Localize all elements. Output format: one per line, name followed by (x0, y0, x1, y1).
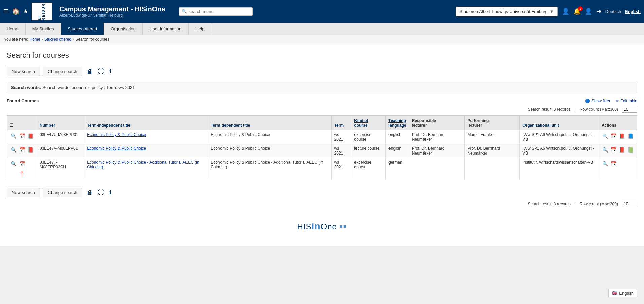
row3-kind-of-course: excercise course (351, 158, 386, 180)
row1-action-extra1[interactable]: 📘 (627, 132, 634, 140)
row-count-input[interactable] (622, 106, 637, 113)
row3-performing-lecturer (465, 158, 520, 180)
found-courses-label: Found Courses (7, 98, 39, 103)
nav-organisation[interactable]: Organisation (104, 23, 143, 35)
row2-action-extra[interactable]: 📗 (627, 146, 634, 154)
th-teaching-language[interactable]: Teachinglanguage (385, 116, 409, 130)
lang-deutsch[interactable]: Deutsch (605, 9, 621, 14)
row2-icons-cell: 🔍 📅 📕 (7, 144, 37, 158)
nav-user-information[interactable]: User information (143, 23, 189, 35)
search-menu-box[interactable]: 🔍 (179, 7, 253, 16)
user-account-icon[interactable]: 👤 (585, 8, 592, 15)
nav-help[interactable]: Help (189, 23, 211, 35)
breadcrumb-prefix: You are here: (4, 37, 28, 42)
breadcrumb-studies-offered[interactable]: Studies offered (44, 37, 72, 42)
row3-number: 03LE47T-M08EPP02CH (37, 158, 84, 180)
row2-book-icon[interactable]: 📕 (27, 146, 34, 154)
app-title-main: Campus Management - HISinOne (59, 5, 165, 13)
row2-title-link[interactable]: Economic Policy & Public Choice (87, 146, 146, 151)
row1-action-cal[interactable]: 📅 (610, 132, 617, 140)
breadcrumb-sep-1: › (42, 37, 43, 42)
row2-action-book[interactable]: 📕 (618, 146, 626, 154)
row3-action-icons: 🔍 📅 (10, 160, 34, 167)
row2-actions: 🔍 📅 📕 📗 (602, 146, 634, 154)
th-organizational-unit[interactable]: Organizational unit (520, 116, 599, 130)
row1-action-view[interactable]: 🔍 (602, 132, 609, 140)
lang-english[interactable]: English (625, 9, 641, 14)
edit-table-label: Edit table (620, 99, 637, 103)
top-toolbar: New search Change search 🖨 ⛶ ℹ (7, 66, 637, 76)
row2-calendar-icon[interactable]: 📅 (18, 146, 26, 154)
home-icon[interactable]: 🏠 (12, 8, 20, 15)
row1-view-icon[interactable]: 🔍 (10, 132, 17, 140)
row2-view-icon[interactable]: 🔍 (10, 146, 17, 154)
bottom-info-icon[interactable]: ℹ (108, 187, 113, 197)
breadcrumb-home[interactable]: Home (30, 37, 40, 42)
th-term-dependent-title[interactable]: Term dependent title (208, 116, 331, 130)
row3-teaching-language: german (385, 158, 409, 180)
row2-action-icons: 🔍 📅 📕 (10, 146, 34, 154)
show-filter-button[interactable]: 🔵 Show filter (585, 99, 610, 103)
nav-home[interactable]: Home (0, 23, 26, 35)
row3-term-dependent-title: Economic Policy & Public Choice - Additi… (208, 158, 331, 180)
new-search-button[interactable]: New search (7, 67, 40, 76)
column-menu-icon[interactable]: ☰ (10, 123, 13, 128)
row1-action-book[interactable]: 📕 (618, 132, 626, 140)
row3-calendar-icon[interactable]: 📅 (18, 160, 26, 167)
nav-studies-offered[interactable]: Studies offered (61, 23, 104, 35)
table-row: 🔍 📅 📕 03LE47U-M08EPP01 Economic Policy &… (7, 130, 637, 144)
bottom-print-icon[interactable]: 🖨 (85, 188, 94, 197)
th-term[interactable]: Term (331, 116, 351, 130)
bottom-fullscreen-icon[interactable]: ⛶ (97, 188, 105, 197)
page-title: Search for courses (7, 51, 637, 60)
row2-number: 03LE47V-M08EPP01 (37, 144, 84, 158)
nav-my-studies[interactable]: My Studies (26, 23, 61, 35)
row2-term-independent-title: Economic Policy & Public Choice (84, 144, 208, 158)
fullscreen-icon[interactable]: ⛶ (97, 67, 105, 76)
context-dropdown-label: Studieren Albert-Ludwigs-Universität Fre… (460, 9, 548, 14)
notifications-icon[interactable]: 🔔 1 (573, 8, 581, 15)
row2-action-cal[interactable]: 📅 (610, 146, 617, 154)
user-icon[interactable]: 👤 (562, 8, 569, 15)
th-term-independent-title[interactable]: Term-independent title (84, 116, 208, 130)
app-title-block: Campus Management - HISinOne Albert-Ludw… (59, 5, 165, 18)
search-menu-input[interactable] (189, 9, 250, 14)
search-result-text: Search result: 3 records (528, 107, 570, 112)
edit-icon: ✏ (616, 99, 619, 103)
row1-action-icons: 🔍 📅 📕 (10, 132, 34, 140)
bottom-row-count-input[interactable] (622, 201, 637, 207)
favorites-icon[interactable]: ★ (23, 8, 28, 15)
th-number[interactable]: Number (37, 116, 84, 130)
bottom-change-search-button[interactable]: Change search (43, 188, 82, 197)
row1-title-link[interactable]: Economic Policy & Public Choice (87, 132, 146, 137)
top-pagination-row: Search result: 3 records | Row count (Ma… (7, 106, 637, 113)
th-icons: ☰ (7, 116, 37, 130)
hisinone-logo: HISinOne ▪▪ (7, 221, 637, 232)
row1-book-icon[interactable]: 📕 (27, 132, 34, 140)
row2-term-dependent-title: Economic Policy & Public Choice (208, 144, 331, 158)
show-filter-label: Show filter (591, 99, 610, 103)
row3-action-view[interactable]: 🔍 (602, 160, 609, 167)
print-icon[interactable]: 🖨 (85, 67, 94, 76)
row3-action-cal[interactable]: 📅 (610, 160, 617, 167)
logout-icon[interactable]: ⇥ (596, 8, 601, 15)
row2-action-view[interactable]: 🔍 (602, 146, 609, 154)
row1-calendar-icon[interactable]: 📅 (18, 132, 26, 140)
context-dropdown[interactable]: Studieren Albert-Ludwigs-Universität Fre… (456, 7, 558, 16)
edit-table-button[interactable]: ✏ Edit table (616, 99, 637, 103)
row1-organizational-unit: IWw SP1 A6 Wirtsch.pol. u. Ordnungst.-VB (520, 130, 599, 144)
row3-responsible-lecturer (409, 158, 465, 180)
change-search-button[interactable]: Change search (43, 67, 82, 76)
breadcrumb-sep-2: › (73, 37, 74, 42)
nav-bar: Home My Studies Studies offered Organisa… (0, 23, 644, 35)
bottom-new-search-button[interactable]: New search (7, 188, 40, 197)
info-icon[interactable]: ℹ (108, 66, 113, 76)
app-title-subtitle: Albert-Ludwigs-Universität Freiburg (59, 13, 165, 18)
th-kind-of-course[interactable]: Kind ofcourse (351, 116, 386, 130)
row2-organizational-unit: IWw SP1 A6 Wirtsch.pol. u. Ordnungst.-VB (520, 144, 599, 158)
row3-view-icon[interactable]: 🔍 (10, 160, 17, 167)
hamburger-icon[interactable]: ☰ (3, 8, 9, 15)
row2-teaching-language: english (385, 144, 409, 158)
row1-number: 03LE47U-M08EPP01 (37, 130, 84, 144)
row3-title-link[interactable]: Economic Policy & Public Choice - Additi… (87, 160, 199, 169)
